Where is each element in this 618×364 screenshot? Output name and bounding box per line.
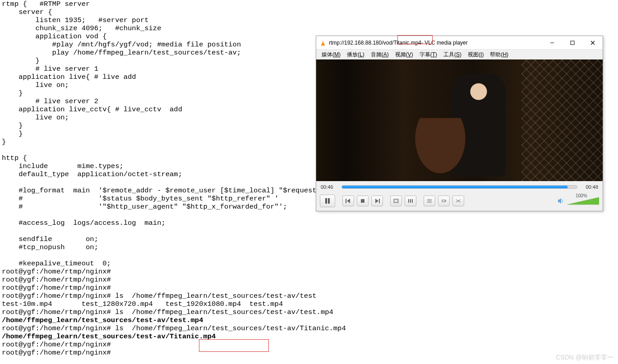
vlc-title-suffix: - VLC media player [421,39,468,47]
svg-rect-18 [412,199,413,203]
svg-rect-17 [410,199,411,203]
volume-control[interactable]: 100% [558,196,599,205]
seek-slider[interactable] [341,185,577,189]
volume-percent: 100% [576,192,587,200]
stop-button[interactable] [357,196,369,206]
svg-marker-12 [375,199,378,203]
vlc-titlebar[interactable]: rtmp://192.168.88.180/vod /Titanic.mp4 -… [316,36,603,50]
vlc-cone-icon [320,40,326,46]
playlist-button[interactable] [424,196,435,206]
pause-button[interactable] [320,195,335,207]
shuffle-button[interactable] [452,196,464,206]
svg-rect-8 [328,198,330,204]
time-bar: 00:46 00:48 [316,181,603,193]
menu-l[interactable]: 播放(L) [344,50,367,59]
vlc-menubar: 媒体(M)播放(L)音频(A)视频(V)字幕(T)工具(S)视图(I)帮助(H) [316,50,603,59]
svg-rect-13 [379,199,380,203]
vlc-title-pre: rtmp://192.168.88.180/vod [329,39,392,47]
svg-rect-2 [322,41,324,42]
menu-t[interactable]: 字幕(T) [417,50,440,59]
fullscreen-button[interactable] [390,196,402,206]
svg-rect-9 [346,199,346,203]
menu-m[interactable]: 媒体(M) [319,50,343,59]
video-area[interactable] [316,59,603,181]
svg-marker-10 [347,199,350,203]
previous-button[interactable] [342,196,354,206]
control-bar: 100% [316,193,603,211]
extended-settings-button[interactable] [405,196,416,206]
minimize-button[interactable] [542,36,562,50]
vlc-window: rtmp://192.168.88.180/vod /Titanic.mp4 -… [316,36,603,211]
svg-marker-22 [558,198,561,204]
time-total: 00:48 [581,183,598,191]
menu-a[interactable]: 音频(A) [368,50,392,59]
time-current: 00:46 [321,183,338,191]
svg-marker-0 [322,40,325,45]
svg-rect-4 [571,41,574,45]
svg-rect-7 [325,198,327,204]
menu-i[interactable]: 视图(I) [465,50,486,59]
speaker-icon[interactable] [558,197,565,205]
svg-rect-1 [321,45,325,46]
loop-button[interactable] [438,196,450,206]
volume-slider[interactable]: 100% [567,196,599,205]
menu-h[interactable]: 帮助(H) [487,50,511,59]
vlc-title-file: /Titanic.mp4 [392,39,421,47]
svg-rect-15 [394,200,398,202]
maximize-button[interactable] [562,36,582,50]
menu-s[interactable]: 工具(S) [441,50,464,59]
watermark: CSDN @响箭零零一 [556,353,613,361]
svg-rect-16 [408,199,409,203]
menu-v[interactable]: 视频(V) [392,50,416,59]
next-button[interactable] [371,196,383,206]
svg-rect-11 [361,199,364,203]
close-button[interactable] [582,36,603,50]
